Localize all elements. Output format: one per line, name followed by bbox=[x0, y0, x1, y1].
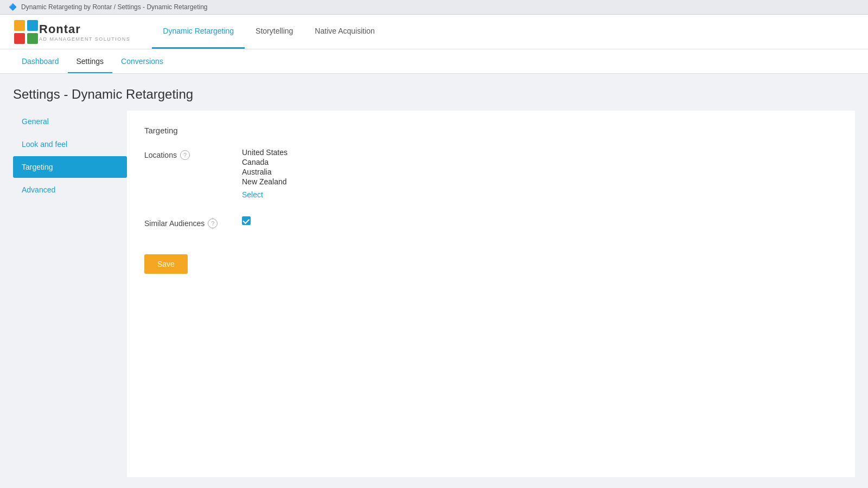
sub-nav: Dashboard Settings Conversions bbox=[0, 49, 868, 74]
similar-audiences-checkbox-container bbox=[242, 216, 838, 225]
svg-rect-2 bbox=[27, 20, 38, 31]
nav-link-storytelling[interactable]: Storytelling bbox=[245, 15, 304, 49]
nav-links: Dynamic Retargeting Storytelling Native … bbox=[152, 15, 386, 49]
svg-rect-0 bbox=[14, 20, 25, 31]
similar-audiences-help-icon[interactable]: ? bbox=[208, 219, 218, 228]
logo-subtitle: Ad Management Solutions bbox=[39, 36, 130, 42]
locations-label: Locations ? bbox=[144, 148, 242, 160]
location-list: United States Canada Australia New Zeala… bbox=[242, 148, 838, 186]
similar-audiences-content bbox=[242, 216, 838, 225]
logo-icon bbox=[13, 19, 39, 45]
page-heading: Settings - Dynamic Retargeting bbox=[0, 74, 868, 111]
logo-text: Rontar Ad Management Solutions bbox=[39, 22, 130, 42]
location-australia: Australia bbox=[242, 168, 838, 176]
svg-rect-3 bbox=[27, 33, 38, 44]
browser-bar: 🔷 Dynamic Retargeting by Rontar / Settin… bbox=[0, 0, 868, 15]
main-nav: Rontar Ad Management Solutions Dynamic R… bbox=[0, 15, 868, 49]
svg-rect-1 bbox=[14, 33, 25, 44]
location-united-states: United States bbox=[242, 148, 838, 157]
select-locations-link[interactable]: Select bbox=[242, 190, 838, 199]
locations-help-icon[interactable]: ? bbox=[180, 150, 190, 160]
breadcrumb: Dynamic Retargeting by Rontar / Settings… bbox=[21, 3, 207, 11]
main-panel: Targeting Locations ? United States Cana… bbox=[127, 111, 855, 477]
locations-content: United States Canada Australia New Zeala… bbox=[242, 148, 838, 199]
content-area: General Look and feel Targeting Advanced… bbox=[0, 111, 868, 488]
tab-settings[interactable]: Settings bbox=[68, 49, 113, 73]
nav-link-native-acquisition[interactable]: Native Acquisition bbox=[304, 15, 386, 49]
nav-link-dynamic-retargeting[interactable]: Dynamic Retargeting bbox=[152, 15, 245, 49]
favicon-icon: 🔷 bbox=[9, 3, 17, 11]
similar-audiences-label: Similar Audiences ? bbox=[144, 216, 242, 228]
sidebar: General Look and feel Targeting Advanced bbox=[13, 111, 127, 477]
location-canada: Canada bbox=[242, 158, 838, 166]
logo-title: Rontar bbox=[39, 22, 130, 36]
tab-dashboard[interactable]: Dashboard bbox=[13, 49, 68, 73]
save-button[interactable]: Save bbox=[144, 254, 188, 274]
tab-conversions[interactable]: Conversions bbox=[112, 49, 172, 73]
section-title: Targeting bbox=[144, 126, 838, 135]
similar-audiences-checkbox[interactable] bbox=[242, 216, 251, 225]
page-title: Settings - Dynamic Retargeting bbox=[13, 87, 855, 102]
sidebar-item-advanced[interactable]: Advanced bbox=[13, 179, 127, 201]
sidebar-item-general[interactable]: General bbox=[13, 111, 127, 132]
logo-area: Rontar Ad Management Solutions bbox=[13, 19, 130, 45]
location-new-zealand: New Zealand bbox=[242, 177, 838, 186]
similar-audiences-row: Similar Audiences ? bbox=[144, 216, 838, 228]
sidebar-item-look-and-feel[interactable]: Look and feel bbox=[13, 133, 127, 155]
locations-row: Locations ? United States Canada Austral… bbox=[144, 148, 838, 199]
sidebar-item-targeting[interactable]: Targeting bbox=[13, 156, 127, 178]
